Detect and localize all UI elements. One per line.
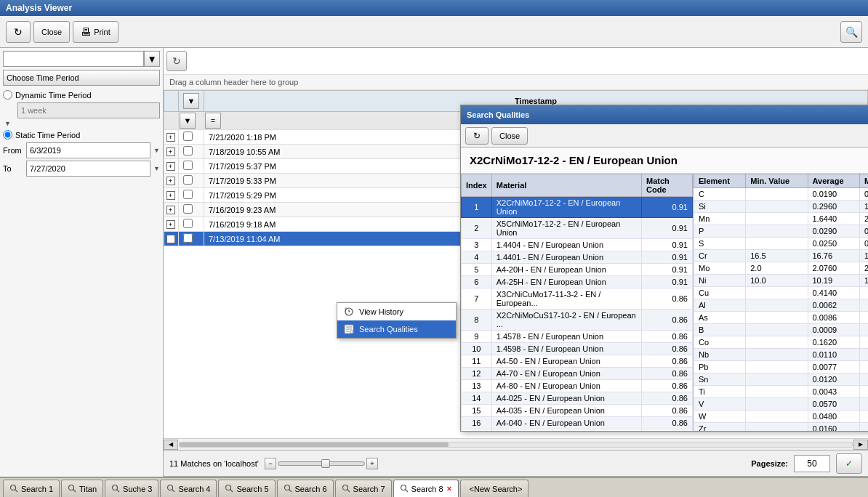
tab-new-search[interactable]: <New Search> [460,480,529,497]
sq-panel: Search Qualities ▼ ↻ Close [460,105,868,432]
to-date-input[interactable] [26,161,150,177]
material-row[interactable]: 3 1.4404 - EN / European Union 0.91 [462,239,693,251]
row-checkbox[interactable] [183,233,193,243]
tab-search8[interactable]: Search 8✕ [393,480,459,497]
expand-icon[interactable]: + [166,148,175,156]
material-name-cell: X5CrNiMo17-12-2 - EN / European Union [491,218,641,239]
material-row[interactable]: 11 A4-50 - EN / European Union 0.86 [462,355,693,368]
tab-search1[interactable]: Search 1 [3,480,60,497]
horizontal-scrollbar[interactable]: ◀ ▶ [164,438,868,450]
sq-elements-list[interactable]: Element Min. Value Average Max. Value re… [694,174,868,431]
zoom-slider[interactable] [278,461,365,466]
dynamic-radio[interactable] [3,90,12,100]
filter-button[interactable]: ▼ [180,113,196,129]
to-label: To [3,164,23,173]
pagesize-input[interactable] [794,455,830,472]
row-checkbox[interactable] [183,175,193,185]
row-checkbox[interactable] [183,204,193,214]
svg-line-13 [117,489,120,492]
global-search-button[interactable]: 🔍 [840,21,862,43]
material-row[interactable]: 15 A4-035 - EN / European Union 0.86 [462,405,693,417]
time-period-input[interactable] [17,102,160,118]
element-name: Ti [694,386,746,398]
material-row[interactable]: 6 A4-25H - EN / European Union 0.91 [462,276,693,288]
search-qualities-icon [343,323,355,335]
expand-icon[interactable]: + [166,133,175,142]
from-date-row: From ▼ [3,142,160,158]
tab-search-icon [68,484,76,494]
material-row[interactable]: 7 X3CrNiCuMo17-11-3-2 - EN / European...… [462,288,693,310]
pagesize-go-btn[interactable]: ✓ [836,453,862,474]
history-icon [343,306,355,318]
back-button[interactable]: ↻ [6,21,31,43]
zoom-thumb[interactable] [321,459,330,468]
expand-icon[interactable]: + [166,220,175,229]
zoom-out-btn[interactable]: − [265,458,276,469]
tab-suche3[interactable]: Suche 3 [105,480,158,497]
material-row[interactable]: 5 A4-20H - EN / European Union 0.91 [462,264,693,276]
material-index: 17 [462,429,492,432]
material-row[interactable]: 17 A4-12H - EN / European Union 0.86 [462,429,693,432]
scroll-left-btn[interactable]: ◀ [164,440,178,450]
row-checkbox-cell [179,145,204,159]
row-checkbox[interactable] [183,219,193,228]
row-checkbox[interactable] [183,161,193,170]
expand-icon[interactable]: + [166,191,175,200]
expand-icon[interactable]: + [166,235,175,243]
print-button[interactable]: 🖶 Print [73,21,118,43]
tab-label: Search 7 [353,485,385,493]
radio-group: Dynamic Time Period ▼ Static Time Period… [3,90,160,179]
row-checkbox[interactable] [183,132,193,141]
material-index: 1 [462,197,492,218]
material-row[interactable]: 8 X2CrNiMoCuS17-10-2 - EN / European ...… [462,310,693,331]
tab-search-icon [111,484,120,494]
material-row[interactable]: 16 A4-040 - EN / European Union 0.86 [462,417,693,429]
row-checkbox[interactable] [183,146,193,155]
sq-materials-list[interactable]: Index Material Match Code 1 X2CrNiMo17-1… [461,174,694,431]
search-box-container: ▼ [3,51,160,67]
avg-value: 0.0043 [808,386,860,398]
tab-titan[interactable]: Titan [61,480,103,497]
static-radio[interactable] [3,130,12,140]
expand-icon[interactable]: + [166,206,175,214]
max-value: 1.0 [860,201,869,213]
tab-close-button[interactable]: ✕ [446,485,452,493]
element-name: Mo [694,262,746,275]
scroll-track[interactable] [179,442,853,448]
sq-close-button[interactable]: Close [491,127,528,145]
material-row[interactable]: 4 1.4401 - EN / European Union 0.91 [462,251,693,264]
scroll-right-btn[interactable]: ▶ [853,440,868,450]
row-checkbox[interactable] [183,190,193,199]
sq-back-button[interactable]: ↻ [465,127,489,145]
choose-time-button[interactable]: Choose Time Period [3,70,160,86]
tab-search4[interactable]: Search 4 [160,480,217,497]
expand-icon[interactable]: + [166,177,175,185]
expand-icon[interactable]: + [166,162,175,171]
zoom-in-btn[interactable]: + [366,458,378,469]
tab-search7[interactable]: Search 7 [335,480,392,497]
material-row[interactable]: 10 1.4598 - EN / European Union 0.86 [462,343,693,355]
filter-equals-icon[interactable]: = [205,113,221,129]
context-menu-view-history[interactable]: View History [337,303,456,320]
tab-search5[interactable]: Search 5 [218,480,275,497]
svg-point-22 [401,485,406,490]
filter-icon[interactable]: ▼ [183,93,199,109]
material-row[interactable]: 13 A4-80 - EN / European Union 0.86 [462,380,693,392]
element-name: Cr [694,250,746,262]
material-row[interactable]: 2 X5CrNiMo17-12-2 - EN / European Union … [462,218,693,239]
svg-point-8 [11,485,16,490]
context-menu-search-qualities[interactable]: Search Qualities [337,320,456,338]
scroll-thumb[interactable] [180,443,449,447]
material-row[interactable]: 9 1.4578 - EN / European Union 0.86 [462,331,693,343]
from-date-input[interactable] [26,142,150,158]
search-go-button[interactable]: ▼ [144,51,160,67]
close-button[interactable]: Close [33,21,70,43]
search-input[interactable] [3,51,144,67]
refresh-button[interactable]: ↻ [166,51,187,71]
material-row[interactable]: 12 A4-70 - EN / European Union 0.86 [462,368,693,380]
material-row[interactable]: 1 X2CrNiMo17-12-2 - EN / European Union … [462,197,693,218]
sq-title: Search Qualities [467,110,529,119]
element-row: Ti 0.0043 [694,386,869,398]
tab-search6[interactable]: Search 6 [277,480,334,497]
material-row[interactable]: 14 A4-025 - EN / European Union 0.86 [462,392,693,405]
